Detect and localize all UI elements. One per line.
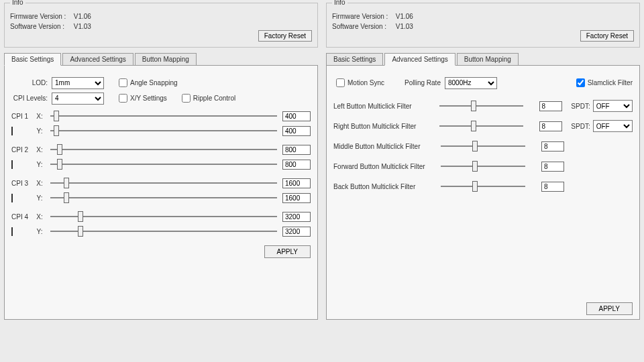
- spdt-label: SPDT:: [571, 123, 590, 130]
- cpi4-y-value[interactable]: [282, 227, 311, 237]
- filter-label: Forward Button Multiclick Filter: [333, 163, 434, 170]
- filter-label: Left Button Multiclick Filter: [333, 103, 433, 110]
- angle-snapping-checkbox[interactable]: [119, 78, 127, 87]
- apply-button-basic[interactable]: APPLY: [264, 245, 311, 258]
- cpi-name: CPI 1: [11, 113, 34, 120]
- axis-x-label: X:: [34, 180, 45, 187]
- cpi1-x-value[interactable]: [282, 111, 311, 121]
- tab-button-mapping[interactable]: Button Mapping: [457, 53, 519, 66]
- slamclick-filter-label: Slamclick Filter: [588, 79, 633, 86]
- tabstrip-right: Basic Settings Advanced Settings Button …: [326, 53, 640, 66]
- axis-y-label: Y:: [34, 228, 45, 235]
- tab-advanced-settings[interactable]: Advanced Settings: [384, 53, 455, 66]
- spdt-1-select[interactable]: OFF: [593, 120, 633, 132]
- filter-2-slider[interactable]: [441, 140, 525, 152]
- cpi-block-4: CPI 4X:Y:: [11, 209, 311, 239]
- filter-row-3: Forward Button Multiclick Filter: [333, 159, 633, 174]
- lod-select[interactable]: 1mm: [52, 77, 104, 89]
- cpi2-color-swatch: [11, 160, 13, 169]
- cpi4-y-slider[interactable]: [50, 225, 277, 237]
- software-row: Software Version : V1.03: [10, 23, 312, 30]
- cpi-name: CPI 3: [11, 180, 34, 187]
- firmware-label: Firmware Version :: [332, 13, 394, 20]
- cpi2-y-value[interactable]: [282, 160, 311, 170]
- software-value: V1.03: [74, 23, 91, 30]
- cpi-block-2: CPI 2X:Y:: [11, 142, 311, 172]
- axis-x-label: X:: [34, 113, 45, 120]
- tab-basic-settings[interactable]: Basic Settings: [326, 53, 383, 66]
- axis-y-label: Y:: [34, 194, 45, 202]
- factory-reset-button[interactable]: Factory Reset: [258, 30, 312, 42]
- motion-sync-label: Motion Sync: [347, 79, 384, 86]
- xy-settings-checkbox[interactable]: [119, 94, 127, 103]
- firmware-value: V1.06: [396, 13, 413, 20]
- software-label: Software Version :: [332, 23, 394, 30]
- apply-button-advanced[interactable]: APPLY: [586, 302, 633, 315]
- cpi-levels-select[interactable]: 4: [52, 93, 104, 105]
- cpi1-y-value[interactable]: [282, 126, 311, 136]
- info-title: Info: [332, 0, 347, 6]
- cpi-block-3: CPI 3X:Y:: [11, 176, 311, 205]
- spdt-label: SPDT:: [571, 103, 590, 110]
- filter-1-slider[interactable]: [439, 120, 523, 132]
- filter-2-value[interactable]: [541, 141, 564, 152]
- ripple-control-checkbox[interactable]: [182, 94, 191, 103]
- spdt-0-select[interactable]: OFF: [593, 100, 633, 112]
- filter-0-value[interactable]: [539, 101, 562, 111]
- firmware-label: Firmware Version :: [10, 13, 72, 20]
- motion-sync-checkbox[interactable]: [336, 78, 345, 87]
- filter-row-4: Back Button Multiclick Filter: [333, 179, 633, 194]
- cpi2-y-slider[interactable]: [50, 158, 277, 170]
- cpi4-x-slider[interactable]: [50, 210, 277, 223]
- filter-label: Middle Button Multiclick Filter: [333, 143, 434, 150]
- filter-0-slider[interactable]: [439, 100, 523, 112]
- firmware-value: V1.06: [74, 13, 91, 20]
- filter-1-value[interactable]: [539, 121, 562, 131]
- tab-advanced-settings[interactable]: Advanced Settings: [62, 53, 133, 66]
- ripple-control-label: Ripple Control: [193, 95, 235, 102]
- cpi-block-1: CPI 1X:Y:: [11, 109, 311, 138]
- filter-3-value[interactable]: [541, 162, 564, 172]
- axis-y-label: Y:: [34, 161, 45, 168]
- axis-y-label: Y:: [34, 127, 45, 135]
- cpi3-y-value[interactable]: [282, 193, 311, 203]
- cpi-name: CPI 4: [11, 213, 34, 221]
- tabstrip-left: Basic Settings Advanced Settings Button …: [4, 53, 318, 66]
- cpi1-color-swatch: [11, 127, 13, 135]
- cpi1-y-slider[interactable]: [50, 125, 277, 137]
- info-group-left: Info Firmware Version : V1.06 Software V…: [4, 3, 318, 48]
- axis-x-label: X:: [34, 146, 45, 154]
- filter-label: Back Button Multiclick Filter: [333, 183, 434, 190]
- polling-rate-select[interactable]: 8000Hz: [445, 77, 497, 89]
- info-title: Info: [10, 0, 25, 6]
- cpi2-x-slider[interactable]: [50, 143, 277, 156]
- filter-row-1: Right Button Multiclick FilterSPDT:OFF: [333, 119, 633, 133]
- tab-basic-settings[interactable]: Basic Settings: [4, 53, 61, 66]
- xy-settings-label: X/Y Settings: [130, 95, 167, 102]
- filter-row-0: Left Button Multiclick FilterSPDT:OFF: [333, 99, 633, 113]
- tab-button-mapping[interactable]: Button Mapping: [135, 53, 197, 66]
- cpi3-x-slider[interactable]: [50, 177, 277, 189]
- filter-3-slider[interactable]: [441, 160, 525, 172]
- filter-4-value[interactable]: [541, 182, 564, 192]
- cpi-levels-label: CPI Levels:: [11, 95, 52, 102]
- factory-reset-button[interactable]: Factory Reset: [580, 30, 634, 42]
- cpi-name: CPI 2: [11, 146, 34, 154]
- basic-settings-panel: LOD: 1mm Angle Snapping CPI Levels: 4 X/…: [4, 65, 318, 320]
- cpi3-color-swatch: [11, 194, 13, 202]
- axis-x-label: X:: [34, 213, 45, 221]
- cpi3-y-slider[interactable]: [50, 192, 277, 204]
- firmware-row: Firmware Version : V1.06: [10, 13, 312, 20]
- cpi4-x-value[interactable]: [282, 212, 311, 222]
- lod-label: LOD:: [11, 79, 52, 86]
- angle-snapping-label: Angle Snapping: [130, 79, 178, 86]
- filter-label: Right Button Multiclick Filter: [333, 123, 433, 130]
- software-row: Software Version : V1.03: [332, 23, 634, 30]
- software-label: Software Version :: [10, 23, 72, 30]
- filter-4-slider[interactable]: [441, 180, 525, 192]
- cpi1-x-slider[interactable]: [50, 110, 277, 122]
- software-value: V1.03: [396, 23, 413, 30]
- cpi2-x-value[interactable]: [282, 145, 311, 155]
- cpi3-x-value[interactable]: [282, 178, 311, 188]
- slamclick-filter-checkbox[interactable]: [576, 78, 585, 87]
